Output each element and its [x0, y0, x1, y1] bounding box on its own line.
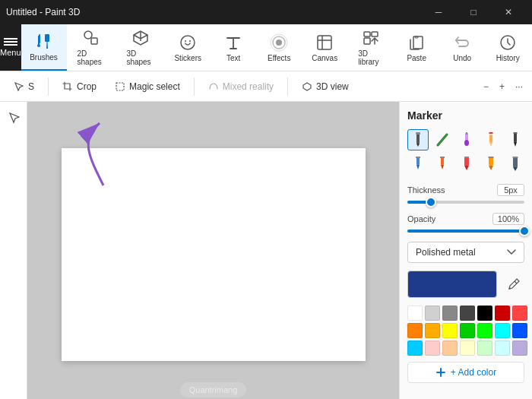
pointer-icon: [8, 112, 20, 124]
color-swatch-lgreen[interactable]: [477, 340, 492, 356]
thickness-section: Thickness 5px: [407, 184, 524, 204]
select-cursor-icon: [14, 81, 24, 92]
tool-paste[interactable]: Paste: [394, 24, 439, 71]
opacity-label-row: Opacity 100%: [407, 213, 524, 225]
magic-select-btn[interactable]: Magic select: [107, 78, 188, 96]
watermark-text: Quantrimang: [189, 385, 238, 394]
select-tool-btn[interactable]: S: [6, 78, 42, 96]
more-btn[interactable]: ···: [512, 81, 526, 92]
canvas-paper: [62, 148, 366, 361]
tool-undo[interactable]: Undo: [439, 24, 485, 71]
thickness-value: 5px: [497, 184, 524, 196]
svg-point-6: [276, 40, 282, 46]
minimize-button[interactable]: ─: [421, 0, 456, 24]
3d-view-btn[interactable]: 3D view: [294, 78, 356, 96]
canvas-label: Canvas: [312, 54, 337, 62]
brush-type7[interactable]: [432, 154, 453, 175]
svg-marker-32: [416, 165, 420, 169]
svg-point-3: [181, 36, 195, 49]
color-swatch-dgreen[interactable]: [460, 323, 475, 338]
brush-type9[interactable]: [480, 154, 502, 175]
color-swatch-white[interactable]: [407, 306, 423, 321]
color-swatch-orange[interactable]: [407, 323, 423, 338]
color-swatch-pink[interactable]: [425, 340, 440, 356]
zoom-in-btn[interactable]: +: [496, 81, 508, 92]
color-swatch-dgray[interactable]: [460, 306, 475, 321]
close-button[interactable]: ✕: [491, 0, 526, 24]
brush-pencil[interactable]: [480, 129, 502, 150]
canvas-area[interactable]: Quantrimang: [27, 102, 399, 399]
tool-history[interactable]: History: [485, 24, 530, 71]
svg-rect-15: [116, 83, 124, 90]
svg-marker-38: [464, 166, 469, 170]
2d-shapes-label: 2D shapes: [78, 49, 106, 66]
history-label: History: [496, 54, 520, 62]
svg-rect-12: [372, 32, 378, 36]
color-swatch-lgray[interactable]: [425, 306, 440, 321]
svg-point-4: [185, 40, 186, 42]
maximize-button[interactable]: □: [456, 0, 491, 24]
brush-type10[interactable]: [505, 154, 526, 175]
tool-canvas[interactable]: Canvas: [302, 24, 347, 71]
color-swatch-green[interactable]: [477, 323, 492, 338]
brush-icon-1: [410, 131, 426, 148]
color-swatch-blue[interactable]: [512, 323, 527, 338]
brush-icon-3: [458, 131, 475, 148]
tool-3d-shapes[interactable]: 3D shapes: [116, 24, 165, 71]
crop-btn[interactable]: Crop: [55, 78, 104, 96]
3d-library-icon: [362, 29, 380, 47]
tool-text[interactable]: Text: [211, 24, 256, 71]
color-swatch-red[interactable]: [512, 306, 527, 321]
color-swatch-lyellow[interactable]: [460, 340, 475, 356]
add-color-button[interactable]: + Add color: [407, 362, 524, 383]
thickness-slider[interactable]: [407, 201, 524, 204]
color-swatch-yellow[interactable]: [442, 323, 458, 338]
brush-type6[interactable]: [407, 154, 429, 175]
tool-brushes[interactable]: Brushes: [21, 24, 67, 71]
brush-oil[interactable]: [456, 129, 477, 150]
color-swatch-darkred[interactable]: [495, 306, 510, 321]
color-swatch-amber[interactable]: [425, 323, 440, 338]
mixed-reality-btn[interactable]: Mixed reality: [201, 78, 281, 96]
svg-marker-25: [489, 142, 492, 147]
thickness-thumb[interactable]: [426, 197, 436, 207]
pointer-tool-btn[interactable]: [2, 106, 25, 129]
tool-effects[interactable]: Effects: [256, 24, 302, 71]
ribbon-tools: Brushes 2D shapes 3D shapes Sticker: [21, 24, 532, 71]
brush-pen[interactable]: [505, 129, 526, 150]
zoom-controls: − + ···: [480, 81, 526, 92]
opacity-thumb[interactable]: [519, 226, 530, 236]
svg-marker-44: [513, 167, 518, 171]
zoom-out-btn[interactable]: −: [480, 81, 492, 92]
watermark: Quantrimang: [180, 382, 247, 397]
plus-icon: [435, 367, 446, 378]
tool-stickers[interactable]: Stickers: [165, 24, 211, 71]
color-swatch-cyan[interactable]: [495, 323, 510, 338]
color-swatch-sky[interactable]: [407, 340, 423, 356]
brush-type8[interactable]: [456, 154, 477, 175]
toolbar-sep-1: [48, 78, 49, 96]
texture-dropdown-label: Polished metal: [416, 247, 476, 258]
color-swatch-lcyan[interactable]: [495, 340, 510, 356]
mixed-reality-label: Mixed reality: [223, 81, 274, 92]
canvas-icon: [315, 33, 334, 52]
color-swatch-peach[interactable]: [442, 340, 458, 356]
color-swatch-black[interactable]: [477, 306, 492, 321]
tool-3d-library[interactable]: 3D library: [347, 24, 394, 71]
tool-2d-shapes[interactable]: 2D shapes: [67, 24, 116, 71]
texture-dropdown[interactable]: Polished metal: [407, 242, 524, 263]
brush-icon-2: [434, 131, 451, 148]
brush-calligraphy[interactable]: [432, 129, 453, 150]
color-swatch-gray[interactable]: [442, 306, 458, 321]
color-preview-box[interactable]: [407, 271, 497, 298]
paste-icon: [407, 33, 426, 52]
menu-button[interactable]: Menu: [0, 24, 21, 71]
color-picker-btn[interactable]: [503, 274, 524, 295]
brush-marker1[interactable]: [407, 129, 429, 150]
text-icon: [224, 33, 242, 52]
3d-library-label: 3D library: [358, 49, 383, 66]
opacity-slider[interactable]: [407, 230, 524, 233]
ribbon: Menu Brushes 2D shapes 3D shapes: [0, 24, 532, 71]
svg-rect-10: [364, 38, 370, 44]
color-swatch-lavender[interactable]: [512, 340, 527, 356]
